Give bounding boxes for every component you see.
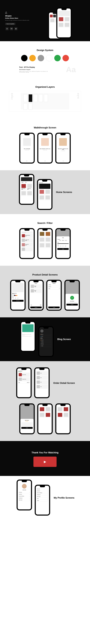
section-title: My Profile Screens [54, 496, 75, 499]
profile-row[interactable]: Payment Methods› [19, 495, 30, 497]
phone-mock: AdidasNike Nike Air Max$120 Adidas Run$9… [19, 174, 34, 205]
continue-button[interactable]: Continue [67, 304, 78, 306]
phone-mock: Rate Product ★★★★☆ Submit [19, 404, 35, 434]
video-thumbnail[interactable]: ▶ [33, 456, 57, 467]
section-title: Organized Layers [4, 86, 86, 88]
phone-mock: My Cart Item 1$120 Item 2$95 Total$215 C… [28, 280, 44, 311]
phone-mock: New Arrivals 2024 Explore fresh styles c… [20, 321, 36, 352]
font-weights: Bold Medium Regular [19, 69, 71, 70]
swatch-green [54, 55, 61, 61]
walk-text: Best collection of all for you [39, 148, 51, 149]
profile-section: John Carter My Orders› Addresses› Paymen… [0, 476, 90, 520]
phone-mock: Order #20451 Delivered Nike Air Max Adid… [16, 367, 32, 398]
filter-modal: Filter Category MenWomenKids Price Size … [56, 236, 70, 258]
swatch-red [63, 55, 69, 61]
star-rating[interactable]: ★★★★☆ [21, 421, 33, 422]
swatch-black [21, 55, 27, 61]
profile-row[interactable]: Help Center› [37, 496, 48, 498]
profile-row[interactable]: My Orders› [37, 488, 48, 490]
layers-panel-right: DesignW 375H 812Fill #FFFAutoLayoutExpor… [70, 93, 79, 110]
phone-mock: My Orders› Addresses› Payment Methods› N… [35, 485, 50, 516]
section-title: Product Detail Screens [4, 274, 86, 276]
confirm-button[interactable]: Confirm [48, 306, 60, 308]
cta-button[interactable]: Tools & Compatible [5, 23, 15, 25]
hero-section: △ Shopez Online Shoes Store Browse throu… [0, 0, 90, 41]
app-title: Shopez [5, 15, 44, 17]
layers-canvas [21, 93, 69, 110]
walk-text: Very comfortable [21, 148, 33, 149]
layers-preview: ▸ Page 1▸ Home Header Banner Products▸ D… [9, 91, 81, 112]
section-title: Design System [4, 49, 86, 52]
phone-mock: Checkout Address› Payment› Items2 Confir… [46, 280, 62, 311]
phone-mock [55, 404, 71, 434]
cart-title: My Cart [30, 283, 42, 284]
submit-button[interactable]: Submit [21, 427, 33, 429]
profile-row[interactable]: Notifications› [19, 497, 30, 499]
profile-row[interactable]: Addresses› [37, 490, 48, 492]
phone-mock: 🏠 Home 👟 Shop 📰 Blog 📦 Orders ♡ Wishlist… [38, 326, 54, 357]
figma-icon[interactable]: ◈ [5, 27, 9, 30]
order-status: Delivered [18, 372, 30, 372]
font-alpha: A B C D E F G H I J K L M N O P Q R S T … [19, 71, 71, 72]
walkthrough-section: Walkthrough Screen Very comfortable Lore… [0, 118, 90, 170]
profile-row[interactable]: Help Center› [19, 499, 30, 501]
font-nums: 1 2 3 4 5 6 7 8 9 0 [19, 72, 71, 73]
phone-mock: Nike Air Zoom $120.00 Color Size 789 Add… [10, 280, 26, 311]
walk-text: Most fancy collection of all time [57, 148, 69, 150]
font-title: Font : SF Pro Display [19, 66, 71, 68]
phone-mock: Search product Nike Revolution$89 Adidas… [19, 228, 35, 259]
profile-row[interactable]: Payment Methods› [37, 492, 48, 494]
swatch-gray [38, 55, 44, 61]
phone-mock: ✓ Order Placed! Your order has been plac… [64, 280, 80, 311]
product-price: $120.00 [12, 294, 23, 294]
profile-name: John Carter [19, 490, 30, 490]
layers-section: Organized Layers ▸ Page 1▸ Home Header B… [0, 82, 90, 118]
section-title: Order Detail Screen [53, 382, 75, 384]
sketch-icon[interactable]: ◆ [14, 27, 17, 30]
phone-mock: Best collection of all for you Lorem ips… [37, 133, 53, 164]
color-swatches [4, 54, 86, 62]
phone-mock: Most fancy collection of all time Lorem … [55, 133, 71, 164]
add-cart-button[interactable]: Add to Cart [12, 300, 23, 302]
phone-mock: Item Item Item Item [34, 367, 50, 398]
xd-icon[interactable]: Xd [10, 27, 13, 30]
success-sub: Your order has been placed successfully [67, 302, 78, 303]
blog-section: New Arrivals 2024 Explore fresh styles c… [0, 317, 90, 361]
logo-icon: △ [5, 11, 44, 14]
phone-mock [37, 228, 53, 259]
greeting: Hello John [39, 182, 50, 183]
swatch-orange [29, 55, 36, 61]
apply-button[interactable]: Apply [57, 248, 69, 250]
search-section: Search / Filter Search product Nike Revo… [0, 214, 90, 266]
success-icon: ✓ [70, 296, 74, 300]
phone-mock: Hello John [37, 179, 52, 210]
home-section: AdidasNike Nike Air Max$120 Adidas Run$9… [0, 170, 90, 214]
checkout-button[interactable]: Checkout [30, 306, 42, 308]
design-system-section: Design System Font : SF Pro Display Bold… [0, 41, 90, 82]
search-input[interactable]: Search product [21, 232, 33, 233]
blog-title: New Arrivals 2024 [22, 333, 34, 334]
layers-panel-left: ▸ Page 1▸ Home Header Banner Products▸ D… [11, 93, 20, 110]
profile-row[interactable]: About› [37, 498, 48, 500]
order-section: Order Detail Screen Order #20451 Deliver… [0, 361, 90, 441]
section-title: Search / Filter [4, 222, 86, 224]
thanks-title: Thank You For Watching [4, 451, 86, 454]
profile-row[interactable]: My Orders› [19, 491, 30, 493]
app-desc: Browse through hundreds of shoes at attr… [5, 20, 44, 21]
detail-section: Product Detail Screens Nike Air Zoom $12… [0, 266, 90, 317]
profile-row[interactable]: Addresses› [19, 493, 30, 495]
phone-mock [37, 404, 53, 434]
blog-body: Explore fresh styles crafted for modern … [22, 334, 34, 336]
font-specimen: Aa [66, 65, 76, 74]
section-title: Home Screens [56, 191, 72, 194]
section-title: Blog Screen [57, 338, 71, 341]
filter-title: Filter [57, 238, 69, 238]
phone-mock: John Carter My Orders› Addresses› Paymen… [17, 480, 32, 510]
profile-row[interactable]: Logout› [37, 500, 48, 502]
thanks-section: Thank You For Watching ▶ [0, 441, 90, 476]
phone-mock: Filter Category MenWomenKids Price Size … [55, 228, 71, 259]
app-subtitle: Online Shoes Store [5, 18, 44, 19]
section-title: Walkthrough Screen [4, 126, 86, 129]
phone-mock: Very comfortable Lorem ipsum dolor ● ○ ○ [19, 133, 35, 164]
profile-row[interactable]: Notifications› [37, 494, 48, 496]
